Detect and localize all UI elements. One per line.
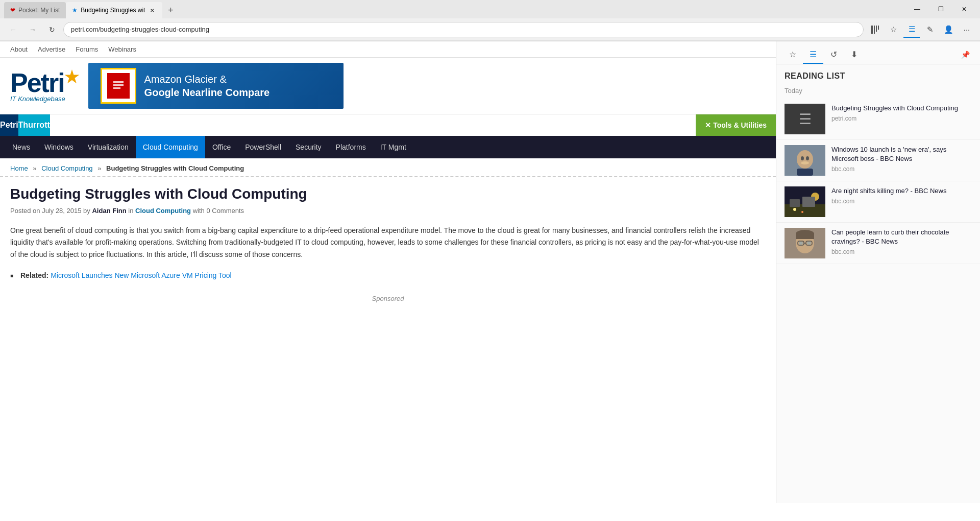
browser-chrome: ❤ Pocket: My List ★ Budgeting Struggles … bbox=[0, 0, 980, 41]
minimize-button[interactable]: — bbox=[905, 0, 929, 18]
address-bar[interactable] bbox=[63, 22, 864, 37]
reading-title-budgeting: Budgeting Struggles with Cloud Computing bbox=[831, 104, 972, 113]
reading-thumb-windows10 bbox=[785, 145, 825, 176]
nav-virtualization[interactable]: Virtualization bbox=[81, 136, 136, 158]
nav-news[interactable]: News bbox=[5, 136, 37, 158]
panel-tab-downloads[interactable]: ⬇ bbox=[844, 45, 864, 64]
nav-office[interactable]: Office bbox=[205, 136, 238, 158]
ad-icon bbox=[101, 68, 136, 104]
logo-subtitle: IT Knowledgebase bbox=[10, 95, 78, 103]
reading-title-chocolate: Can people learn to curb their chocolate… bbox=[831, 228, 972, 246]
logo-area[interactable]: Petri★ IT Knowledgebase bbox=[10, 69, 78, 103]
related-link[interactable]: Microsoft Launches New Microsoft Azure V… bbox=[51, 271, 232, 279]
reading-info-budgeting: Budgeting Struggles with Cloud Computing… bbox=[831, 104, 972, 122]
tab-close-button[interactable]: ✕ bbox=[148, 6, 156, 14]
tab-article-label: Budgeting Struggles wit bbox=[81, 7, 145, 14]
panel-pin-button[interactable]: 📌 bbox=[957, 49, 974, 61]
nav-windows[interactable]: Windows bbox=[37, 136, 81, 158]
article-author-link[interactable]: Aidan Finn bbox=[92, 207, 126, 215]
article-category-link[interactable]: Cloud Computing bbox=[135, 207, 191, 215]
site-logo: Petri★ bbox=[10, 69, 78, 96]
breadcrumb: Home » Cloud Computing » Budgeting Strug… bbox=[0, 158, 776, 177]
tab-article[interactable]: ★ Budgeting Struggles wit ✕ bbox=[66, 2, 162, 18]
panel-title: READING LIST bbox=[776, 64, 980, 85]
ad-icon-inner bbox=[107, 73, 130, 99]
nav-actions: ☆ ☰ ✎ 👤 ··· bbox=[867, 21, 975, 38]
thurrott-tab[interactable]: Thurrott bbox=[18, 114, 50, 136]
more-options-icon[interactable]: ··· bbox=[959, 21, 975, 38]
svg-rect-6 bbox=[113, 84, 124, 86]
navigation-menu: News Windows Virtualization Cloud Comput… bbox=[0, 136, 776, 158]
tools-utilities-button[interactable]: ✕ Tools & Utilities bbox=[696, 114, 776, 136]
article-meta-in: in bbox=[128, 207, 133, 215]
nav-powershell[interactable]: PowerShell bbox=[238, 136, 288, 158]
reading-source-budgeting: petri.com bbox=[831, 115, 972, 122]
account-icon[interactable]: 👤 bbox=[940, 21, 957, 38]
article-body: Budgeting Struggles with Cloud Computing… bbox=[0, 185, 776, 318]
svg-rect-2 bbox=[876, 26, 877, 32]
svg-point-9 bbox=[797, 150, 813, 169]
ad-text: Amazon Glacier & Google Nearline Compare bbox=[144, 73, 270, 99]
back-button[interactable]: ← bbox=[5, 21, 21, 38]
related-item: Related: Microsoft Launches New Microsof… bbox=[20, 271, 766, 279]
svg-point-27 bbox=[807, 242, 811, 245]
reading-thumb-budgeting: ☰ bbox=[785, 104, 825, 134]
reading-title-windows10: Windows 10 launch is a 'new era', says M… bbox=[831, 145, 972, 163]
reading-info-nightshifts: Are night shifts killing me? - BBC News … bbox=[831, 186, 972, 205]
svg-point-10 bbox=[801, 156, 804, 160]
breadcrumb-home[interactable]: Home bbox=[10, 164, 28, 172]
reading-item-nightshifts[interactable]: Are night shifts killing me? - BBC News … bbox=[776, 181, 980, 223]
breadcrumb-category[interactable]: Cloud Computing bbox=[41, 164, 92, 172]
notes-icon[interactable]: ✎ bbox=[922, 21, 938, 38]
reading-list-icon[interactable]: ☰ bbox=[903, 21, 920, 38]
reading-item-chocolate[interactable]: Can people learn to curb their chocolate… bbox=[776, 223, 980, 264]
petri-tab[interactable]: Petri bbox=[0, 114, 18, 136]
about-link[interactable]: About bbox=[10, 45, 28, 53]
reading-info-windows10: Windows 10 launch is a 'new era', says M… bbox=[831, 145, 972, 173]
reading-item-budgeting[interactable]: ☰ Budgeting Struggles with Cloud Computi… bbox=[776, 99, 980, 140]
hub-icon[interactable] bbox=[867, 21, 883, 38]
svg-rect-17 bbox=[790, 199, 800, 207]
forums-link[interactable]: Forums bbox=[76, 45, 98, 53]
svg-rect-12 bbox=[797, 169, 813, 176]
site-tabs-area: Petri Thurrott ✕ Tools & Utilities bbox=[0, 114, 776, 136]
advertise-link[interactable]: Advertise bbox=[38, 45, 65, 53]
forward-button[interactable]: → bbox=[24, 21, 41, 38]
ad-banner[interactable]: Amazon Glacier & Google Nearline Compare bbox=[88, 63, 344, 109]
svg-point-13 bbox=[801, 161, 809, 164]
logo-text: Petri bbox=[10, 68, 64, 98]
article-intro: One great benefit of cloud computing is … bbox=[10, 225, 766, 261]
website-content: About Advertise Forums Webinars Petri★ I… bbox=[0, 41, 776, 503]
webinars-link[interactable]: Webinars bbox=[108, 45, 136, 53]
panel-tab-history[interactable]: ↺ bbox=[823, 45, 844, 64]
new-tab-button[interactable]: + bbox=[162, 2, 179, 18]
panel-tabs: ☆ ☰ ↺ ⬇ 📌 bbox=[776, 41, 980, 64]
site-tabs: Petri Thurrott bbox=[0, 114, 50, 136]
reading-source-nightshifts: bbc.com bbox=[831, 198, 972, 205]
article-title: Budgeting Struggles with Cloud Computing bbox=[10, 185, 766, 203]
window-controls: — ❐ ✕ bbox=[905, 0, 976, 18]
close-button[interactable]: ✕ bbox=[952, 0, 976, 18]
nav-it-mgmt[interactable]: IT Mgmt bbox=[373, 136, 413, 158]
svg-rect-3 bbox=[878, 26, 879, 30]
reading-thumb-chocolate bbox=[785, 228, 825, 258]
article-meta: Posted on July 28, 2015 by Aidan Finn in… bbox=[10, 207, 766, 215]
reading-item-windows10[interactable]: Windows 10 launch is a 'new era', says M… bbox=[776, 140, 980, 181]
sponsored-label: Sponsored bbox=[10, 290, 766, 307]
favorites-icon[interactable]: ☆ bbox=[885, 21, 901, 38]
panel-tab-reading-list[interactable]: ☰ bbox=[803, 45, 823, 64]
svg-rect-1 bbox=[874, 26, 875, 34]
main-layout: About Advertise Forums Webinars Petri★ I… bbox=[0, 41, 980, 503]
breadcrumb-sep1: » bbox=[33, 164, 38, 172]
nav-security[interactable]: Security bbox=[288, 136, 329, 158]
refresh-button[interactable]: ↻ bbox=[44, 21, 60, 38]
navigation-bar: ← → ↻ ☆ ☰ ✎ 👤 ··· bbox=[0, 18, 980, 41]
site-header: Petri★ IT Knowledgebase bbox=[0, 58, 776, 114]
tab-pocket[interactable]: ❤ Pocket: My List bbox=[4, 2, 66, 18]
svg-point-11 bbox=[806, 156, 809, 160]
nav-cloud-computing[interactable]: Cloud Computing bbox=[136, 136, 205, 158]
nav-platforms[interactable]: Platforms bbox=[329, 136, 373, 158]
maximize-button[interactable]: ❐ bbox=[929, 0, 952, 18]
ad-line2: Google Nearline Compare bbox=[144, 86, 270, 99]
panel-tab-favorites[interactable]: ☆ bbox=[782, 45, 803, 64]
